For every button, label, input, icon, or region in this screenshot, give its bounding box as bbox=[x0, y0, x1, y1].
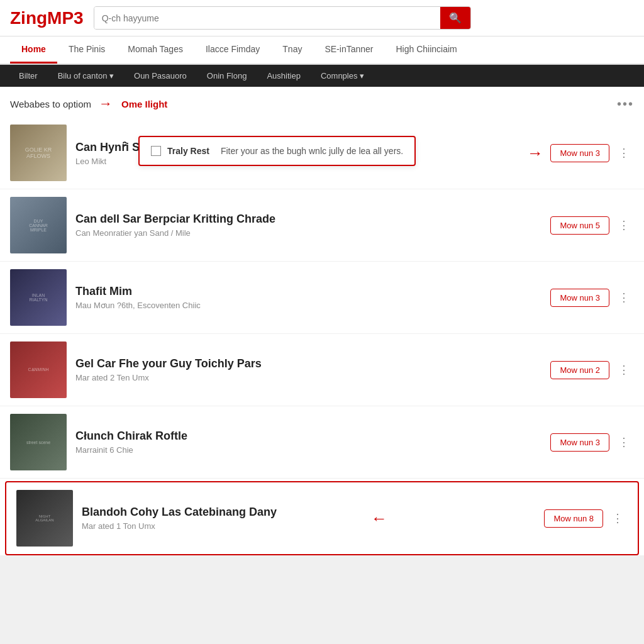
list-item: INLANRIALTYN Thafit Mim Mau Mơun ?6th, E… bbox=[0, 262, 644, 334]
song-more-icon[interactable]: ⋮ bbox=[614, 433, 634, 452]
list-item: DUY CANNAR MRIPLE Can dell Sar Berpciar … bbox=[0, 189, 644, 262]
tooltip-label: Traly Rest bbox=[167, 146, 209, 156]
song-actions: Mow nun 8 ⋮ bbox=[544, 509, 628, 528]
song-actions: Mow nun 3 ⋮ bbox=[550, 143, 634, 162]
mow-button[interactable]: Mow nun 3 bbox=[550, 144, 609, 162]
song-actions: Mow nun 5 ⋮ bbox=[550, 216, 634, 235]
list-item: CẠNMINH Gel Car Fhe your Guy Toichly Par… bbox=[0, 334, 644, 406]
song-thumbnail: street scene bbox=[10, 414, 67, 470]
song-title: Cłunch Chirak Roftle bbox=[75, 430, 541, 443]
section-title-area: Webabes to optiom → Ome Ilight bbox=[10, 96, 167, 112]
tab-tnay[interactable]: Tnay bbox=[271, 36, 313, 64]
tab-pinis[interactable]: The Pinis bbox=[57, 36, 116, 64]
song-more-icon[interactable]: ⋮ bbox=[614, 360, 634, 379]
song-actions: Mow nun 3 ⋮ bbox=[550, 433, 634, 452]
mow-button[interactable]: Mow nun 2 bbox=[550, 361, 609, 379]
song-actions: Mow nun 2 ⋮ bbox=[550, 360, 634, 379]
tab-momah[interactable]: Momah Tages bbox=[116, 36, 194, 64]
song-thumbnail: CẠNMINH bbox=[10, 341, 67, 398]
song-artist: Mau Mơun ?6th, Escoventen Chiic bbox=[75, 301, 541, 310]
song-info: Gel Car Fhe your Guy Toichly Pars Mar at… bbox=[75, 357, 541, 382]
song-thumbnail: NIGHT ALGAILAN bbox=[16, 490, 73, 547]
header: ZingMP3 🔍 bbox=[0, 0, 644, 36]
mow-button[interactable]: Mow nun 3 bbox=[550, 433, 609, 452]
arrow-mow-icon: → bbox=[527, 143, 543, 163]
section-header: Webabes to optiom → Ome Ilight ••• bbox=[0, 87, 644, 117]
subnav-aush[interactable]: Aushitiep bbox=[258, 65, 309, 87]
song-title: Can dell Sar Berpciar Kritting Chrade bbox=[75, 213, 541, 226]
search-input[interactable] bbox=[94, 7, 440, 29]
song-list: GOLIE KR AFLOWS Can Hynȓi Song Leo Mikt … bbox=[0, 117, 644, 555]
arrow-right-icon: → bbox=[99, 96, 113, 112]
list-item: NIGHT ALGAILAN Blandoh Cohy Las Catebina… bbox=[5, 481, 639, 555]
song-artist: Can Meonratier yan Sand / Mile bbox=[75, 228, 541, 238]
subnav-onin[interactable]: Onin Flong bbox=[198, 65, 256, 87]
logo: ZingMP3 bbox=[10, 8, 84, 28]
song-thumbnail: INLANRIALTYN bbox=[10, 269, 67, 326]
section-title: Webabes to optiom bbox=[10, 99, 91, 109]
tab-se[interactable]: SE-inTanner bbox=[313, 36, 384, 64]
song-info: Blandoh Cohy Las Catebinang Dany Mar ate… bbox=[82, 506, 535, 531]
tooltip-checkbox[interactable] bbox=[151, 146, 161, 156]
mow-button[interactable]: Mow nun 3 bbox=[550, 289, 609, 307]
song-thumbnail: GOLIE KR AFLOWS bbox=[10, 125, 67, 181]
song-info: Cłunch Chirak Roftle Marrainit 6 Chie bbox=[75, 430, 541, 455]
song-title: Blandoh Cohy Las Catebinang Dany bbox=[82, 506, 535, 519]
tab-high[interactable]: High Chiinciaim bbox=[384, 36, 468, 64]
tooltip-box: Traly Rest Fiter your as the bugh wnlc j… bbox=[138, 136, 416, 166]
song-more-icon[interactable]: ⋮ bbox=[614, 143, 634, 162]
logo-zing: Zing bbox=[10, 8, 47, 28]
subnav-bilu[interactable]: Bilu of canton ▾ bbox=[49, 65, 123, 87]
song-info: Can dell Sar Berpciar Kritting Chrade Ca… bbox=[75, 213, 541, 238]
mow-button[interactable]: Mow nun 5 bbox=[550, 216, 609, 235]
song-thumbnail: DUY CANNAR MRIPLE bbox=[10, 197, 67, 253]
song-more-icon[interactable]: ⋮ bbox=[608, 509, 628, 528]
tab-home[interactable]: Home bbox=[10, 36, 57, 64]
song-actions: Mow nun 3 ⋮ bbox=[550, 288, 634, 307]
song-artist: Mar ated 2 Ten Umx bbox=[75, 373, 541, 382]
nav-tabs: Home The Pinis Momah Tages Ilacce Fimday… bbox=[0, 36, 644, 65]
song-title: Gel Car Fhe your Guy Toichly Pars bbox=[75, 357, 541, 370]
subnav-comnples[interactable]: Comnples ▾ bbox=[312, 65, 373, 87]
logo-mp3: MP3 bbox=[47, 8, 84, 28]
section-highlight[interactable]: Ome Ilight bbox=[121, 99, 167, 109]
song-artist: Mar ated 1 Ton Umx bbox=[82, 521, 535, 531]
list-item: GOLIE KR AFLOWS Can Hynȓi Song Leo Mikt … bbox=[0, 117, 644, 189]
song-artist: Marrainit 6 Chie bbox=[75, 445, 541, 455]
song-title: Thafit Mim bbox=[75, 285, 541, 298]
sub-nav: Bilter Bilu of canton ▾ Oun Pasauoro Oni… bbox=[0, 65, 644, 87]
song-more-icon[interactable]: ⋮ bbox=[614, 288, 634, 307]
more-options-button[interactable]: ••• bbox=[617, 97, 634, 111]
search-bar: 🔍 bbox=[94, 6, 471, 30]
arrow-highlight-icon: ← bbox=[371, 509, 387, 528]
subnav-oun[interactable]: Oun Pasauoro bbox=[125, 65, 196, 87]
tooltip-description: Fiter your as the bugh wnlc jully de lea… bbox=[221, 146, 403, 156]
mow-button[interactable]: Mow nun 8 bbox=[544, 509, 603, 528]
subnav-bilter[interactable]: Bilter bbox=[10, 65, 47, 87]
search-button[interactable]: 🔍 bbox=[440, 7, 470, 29]
song-info: Thafit Mim Mau Mơun ?6th, Escoventen Chi… bbox=[75, 285, 541, 310]
tab-ilacce[interactable]: Ilacce Fimday bbox=[194, 36, 271, 64]
list-item: street scene Cłunch Chirak Roftle Marrai… bbox=[0, 406, 644, 479]
song-more-icon[interactable]: ⋮ bbox=[614, 216, 634, 235]
